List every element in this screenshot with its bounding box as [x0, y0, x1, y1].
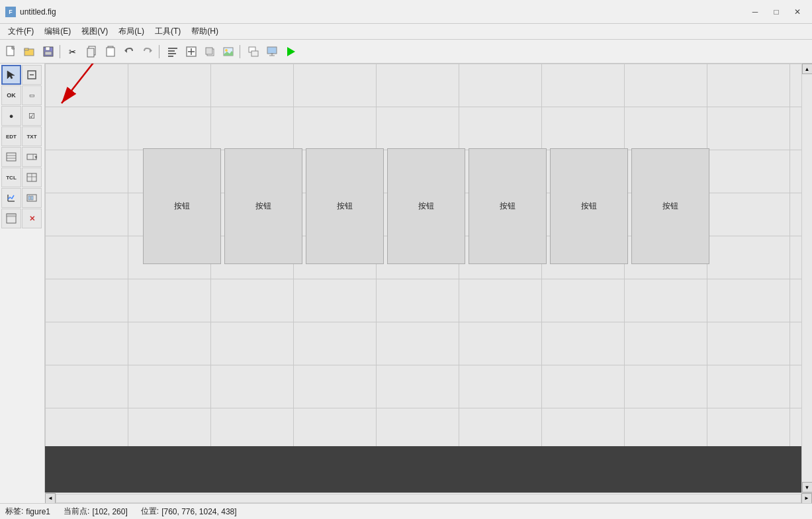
menu-layout[interactable]: 布局(L): [113, 24, 150, 38]
tool-row-4: EDT TXT: [1, 126, 43, 146]
menu-edit[interactable]: 编辑(E): [39, 24, 76, 38]
tool-togglepanel[interactable]: TCL: [1, 167, 21, 187]
minimize-button[interactable]: ─: [746, 5, 764, 19]
tool-listbox[interactable]: [1, 147, 21, 167]
canvas-button-1[interactable]: 按钮: [143, 148, 221, 264]
left-panel: OK ▭ ● ☑ EDT TXT ▼: [0, 64, 45, 493]
status-current-point-label: 当前点:: [64, 506, 89, 517]
right-scrollbar[interactable]: ▲ ▼: [801, 64, 812, 493]
status-current-point-value: [102, 260]: [92, 507, 127, 516]
window-title: untitled.fig: [20, 7, 56, 17]
canvas-button-4[interactable]: 按钮: [387, 148, 465, 264]
toolbar-sep-1: [60, 45, 62, 58]
tool-row-3: ● ☑: [1, 106, 43, 126]
menu-tools[interactable]: 工具(T): [150, 24, 186, 38]
tool-panel[interactable]: [1, 209, 21, 228]
canvas-button-3-label: 按钮: [337, 201, 353, 212]
toolbar-redo[interactable]: [139, 43, 156, 60]
scroll-left-arrow[interactable]: ◄: [45, 493, 56, 504]
svg-rect-3: [24, 48, 28, 50]
tool-checkbox[interactable]: ☑: [22, 106, 42, 126]
tool-activex[interactable]: ✕: [22, 209, 42, 228]
status-bar: 标签: figure1 当前点: [102, 260] 位置: [760, 77…: [0, 503, 812, 519]
tool-push[interactable]: [22, 65, 42, 85]
bottom-scrollbar-bar: ◄ ►: [45, 493, 812, 503]
toolbar-new-figure[interactable]: [183, 43, 200, 60]
tool-select[interactable]: [1, 65, 21, 85]
menu-help[interactable]: 帮助(H): [186, 24, 224, 38]
tool-axes[interactable]: [1, 188, 21, 208]
tool-row-5: ▼: [1, 147, 43, 167]
dark-panel: [45, 446, 801, 493]
tool-edit[interactable]: EDT: [1, 126, 21, 146]
toolbar-save[interactable]: [40, 43, 57, 60]
tool-table[interactable]: [22, 167, 42, 187]
status-position-label: 位置:: [141, 506, 159, 517]
svg-rect-48: [31, 196, 33, 200]
canvas-button-5[interactable]: 按钮: [469, 148, 547, 264]
status-position-value: [760, 776, 1024, 438]: [161, 507, 236, 516]
tool-row-7: [1, 188, 43, 208]
status-current-point: 当前点: [102, 260]: [64, 506, 128, 517]
toolbar-open[interactable]: [21, 43, 38, 60]
toolbar-image[interactable]: [220, 43, 237, 60]
tool-toggle[interactable]: ▭: [22, 85, 42, 105]
svg-rect-11: [107, 48, 114, 56]
svg-rect-17: [168, 56, 173, 57]
canvas-button-2[interactable]: 按钮: [224, 148, 302, 264]
tool-pushbutton[interactable]: OK: [1, 85, 21, 105]
toolbar-resize[interactable]: [245, 43, 262, 60]
scroll-h-track[interactable]: [56, 494, 801, 503]
canvas-button-6[interactable]: 按钮: [550, 148, 628, 264]
tool-popup[interactable]: ▼: [22, 147, 42, 167]
toolbar-copy[interactable]: [83, 43, 101, 60]
svg-marker-31: [287, 47, 295, 56]
title-icon: F: [5, 7, 16, 17]
toolbar-undo[interactable]: [120, 43, 138, 60]
status-position: 位置: [760, 776, 1024, 438]: [141, 506, 237, 517]
tool-statictext[interactable]: TXT: [22, 126, 42, 146]
scroll-v-track[interactable]: [802, 74, 812, 482]
toolbar-align[interactable]: [164, 43, 181, 60]
menu-view[interactable]: 视图(V): [76, 24, 113, 38]
toolbar-screen[interactable]: [263, 43, 281, 60]
scroll-down-arrow[interactable]: ▼: [802, 482, 813, 493]
status-tag-label: 标签:: [5, 506, 23, 517]
canvas-wrapper: 按钮 按钮 按钮 按钮 按钮 按钮 按钮: [45, 64, 812, 493]
svg-rect-6: [45, 52, 52, 55]
menu-bar: 文件(F) 编辑(E) 视图(V) 布局(L) 工具(T) 帮助(H): [0, 24, 812, 40]
canvas-button-2-label: 按钮: [255, 201, 271, 212]
canvas-area[interactable]: 按钮 按钮 按钮 按钮 按钮 按钮 按钮: [45, 64, 801, 493]
tool-row-2: OK ▭: [1, 85, 43, 105]
svg-rect-15: [168, 50, 175, 52]
canvas-button-4-label: 按钮: [418, 201, 434, 212]
svg-rect-22: [206, 48, 212, 54]
svg-rect-27: [267, 47, 277, 54]
toolbar-duplicate[interactable]: [201, 43, 218, 60]
canvas-button-7[interactable]: 按钮: [631, 148, 709, 264]
tool-row-8: ✕: [1, 209, 43, 228]
toolbar-run[interactable]: [282, 43, 299, 60]
toolbar-paste[interactable]: [102, 43, 119, 60]
svg-rect-50: [7, 214, 16, 216]
scroll-right-arrow[interactable]: ►: [801, 493, 812, 504]
close-button[interactable]: ✕: [788, 5, 807, 19]
toolbar-new[interactable]: [3, 43, 20, 60]
toolbar-cut[interactable]: ✂: [65, 43, 82, 60]
canvas-button-5-label: 按钮: [500, 201, 516, 212]
status-tag: 标签: figure1: [5, 506, 50, 517]
canvas-button-1-label: 按钮: [174, 201, 190, 212]
tool-row-6: TCL: [1, 167, 43, 187]
menu-file[interactable]: 文件(F): [3, 24, 39, 38]
maximize-button[interactable]: □: [767, 5, 786, 19]
scroll-up-arrow[interactable]: ▲: [802, 64, 813, 74]
tool-radio[interactable]: ●: [1, 106, 21, 126]
tool-uitoolbar[interactable]: [22, 188, 42, 208]
canvas-button-6-label: 按钮: [581, 201, 597, 212]
status-tag-value: figure1: [26, 507, 50, 516]
svg-rect-9: [87, 48, 94, 57]
title-bar: F untitled.fig ─ □ ✕: [0, 0, 812, 24]
svg-rect-5: [46, 47, 50, 50]
svg-text:✂: ✂: [69, 47, 76, 57]
canvas-button-3[interactable]: 按钮: [306, 148, 384, 264]
